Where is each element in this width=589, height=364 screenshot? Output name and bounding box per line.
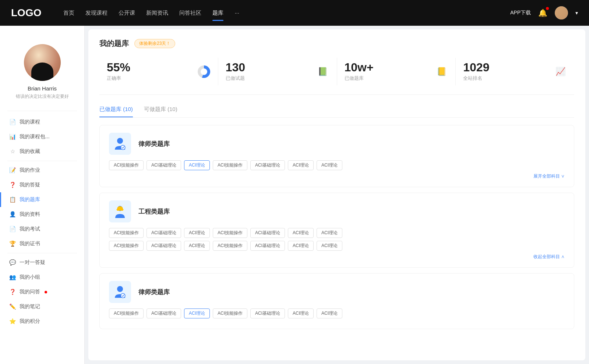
page-title: 我的题库 — [99, 39, 129, 49]
pie-chart — [198, 65, 210, 78]
1on1-icon: 💬 — [9, 259, 16, 266]
group-label: 我的小组 — [20, 274, 40, 281]
nav-item-home[interactable]: 首页 — [63, 8, 74, 18]
chart-red-icon: 📈 — [554, 65, 567, 78]
sidebar: Brian Harris 错误的决定比没有决定要好 📄 我的课程 📊 我的课程包… — [0, 26, 85, 364]
tag-3-6[interactable]: ACI理论 — [288, 308, 314, 318]
banks-label: 已做题库 — [345, 75, 431, 82]
user-dropdown-arrow[interactable]: ▾ — [575, 10, 578, 16]
tag-1-7[interactable]: ACI理论 — [317, 160, 342, 170]
lawyer-icon-1 — [109, 133, 131, 155]
bank-card-header-1: 律师类题库 — [109, 133, 565, 155]
nav-item-news[interactable]: 新闻资讯 — [146, 8, 168, 18]
banks-number: 10w+ — [345, 61, 431, 73]
sidebar-item-group[interactable]: 👥 我的小组 — [0, 270, 84, 285]
notes-icon: ✏️ — [9, 303, 16, 310]
sidebar-divider-2 — [7, 161, 77, 161]
sidebar-item-my-qa[interactable]: ❓ 我的问答 — [0, 285, 84, 299]
notification-badge — [546, 7, 549, 10]
tag-3-3[interactable]: ACI理论 — [184, 308, 210, 318]
tag-1-1[interactable]: ACI技能操作 — [109, 160, 144, 170]
tag-2-6[interactable]: ACI理论 — [288, 228, 314, 238]
nav-item-question-bank[interactable]: 题库 — [212, 8, 223, 18]
nav-right: APP下载 🔔 ▾ — [510, 6, 578, 19]
tag-2-3[interactable]: ACI理论 — [184, 228, 210, 238]
bank-title-3: 律师类题库 — [138, 288, 170, 296]
nav-item-more[interactable]: ··· — [234, 8, 239, 18]
tag-3-5[interactable]: ACI基础理论 — [250, 308, 285, 318]
tag-2b-4[interactable]: ACI技能操作 — [213, 241, 247, 251]
tag-1-5[interactable]: ACI基础理论 — [250, 160, 285, 170]
sidebar-item-points[interactable]: ⭐ 我的积分 — [0, 314, 84, 329]
stat-accuracy-text: 55% 正确率 — [107, 61, 193, 82]
tag-2b-7[interactable]: ACI理论 — [317, 241, 342, 251]
accuracy-icon — [197, 65, 211, 78]
bank-card-lawyer-1: 律师类题库 ACI技能操作 ACI基础理论 ACI理论 ACI技能操作 ACI基… — [99, 125, 574, 187]
lawyer-svg-3 — [113, 285, 127, 299]
tag-2-5[interactable]: ACI基础理论 — [250, 228, 285, 238]
nav-item-discover[interactable]: 发现课程 — [85, 8, 107, 18]
course-icon: 📄 — [9, 119, 16, 125]
tag-3-2[interactable]: ACI基础理论 — [147, 308, 181, 318]
sidebar-item-question-bank[interactable]: 📋 我的题库 — [0, 192, 84, 207]
sidebar-item-course-pack[interactable]: 📊 我的课程包... — [0, 129, 84, 144]
sidebar-item-certificate[interactable]: 🏆 我的证书 — [0, 236, 84, 251]
svg-point-0 — [117, 138, 123, 144]
ranking-label: 全站排名 — [463, 75, 549, 82]
tag-3-4[interactable]: ACI技能操作 — [213, 308, 247, 318]
nav-item-open-course[interactable]: 公开课 — [119, 8, 135, 18]
tag-2b-1[interactable]: ACI技能操作 — [109, 241, 144, 251]
course-label: 我的课程 — [20, 119, 40, 125]
course-pack-icon: 📊 — [9, 133, 16, 140]
tag-2b-5[interactable]: ACI基础理论 — [250, 241, 285, 251]
app-download-link[interactable]: APP下载 — [510, 10, 531, 16]
lawyer-icon-3 — [109, 281, 131, 303]
svg-point-4 — [121, 293, 125, 298]
tag-1-6[interactable]: ACI理论 — [288, 160, 314, 170]
sidebar-item-1on1[interactable]: 💬 一对一答疑 — [0, 255, 84, 270]
tag-2-1[interactable]: ACI技能操作 — [109, 228, 144, 238]
tag-2b-3[interactable]: ACI理论 — [184, 241, 210, 251]
tab-available-banks[interactable]: 可做题库 (10) — [144, 106, 177, 117]
tag-1-2[interactable]: ACI基础理论 — [147, 160, 181, 170]
nav-items: 首页 发现课程 公开课 新闻资讯 问答社区 题库 ··· — [63, 8, 495, 18]
tag-3-7[interactable]: ACI理论 — [317, 308, 342, 318]
homework-label: 我的作业 — [20, 167, 40, 174]
tag-2-7[interactable]: ACI理论 — [317, 228, 342, 238]
sidebar-item-course[interactable]: 📄 我的课程 — [0, 115, 84, 129]
tag-2b-2[interactable]: ACI基础理论 — [147, 241, 181, 251]
bell-icon: 🔔 — [538, 9, 547, 17]
stat-questions-text: 130 已做试题 — [226, 61, 312, 82]
nav-item-qa[interactable]: 问答社区 — [179, 8, 201, 18]
tag-2-2[interactable]: ACI基础理论 — [147, 228, 181, 238]
profile-name: Brian Harris — [28, 85, 57, 92]
qa-icon: ❓ — [9, 182, 16, 188]
bank-card-engineering: 工程类题库 ACI技能操作 ACI基础理论 ACI理论 ACI技能操作 ACI基… — [99, 193, 574, 268]
sidebar-item-profile[interactable]: 👤 我的资料 — [0, 207, 84, 222]
tag-1-4[interactable]: ACI技能操作 — [213, 160, 247, 170]
tag-2-4[interactable]: ACI技能操作 — [213, 228, 247, 238]
sidebar-item-notes[interactable]: ✏️ 我的笔记 — [0, 299, 84, 314]
collapse-link-2[interactable]: 收起全部科目 ∧ — [109, 254, 565, 260]
sidebar-item-favorites[interactable]: ☆ 我的收藏 — [0, 144, 84, 159]
bank-card-header-2: 工程类题库 — [109, 200, 565, 222]
my-qa-label: 我的问答 — [20, 289, 40, 295]
sidebar-divider-3 — [7, 253, 77, 253]
stat-questions-done: 130 已做试题 📗 — [218, 58, 337, 85]
tag-3-1[interactable]: ACI技能操作 — [109, 308, 144, 318]
tag-1-3[interactable]: ACI理论 — [184, 160, 210, 170]
tab-done-banks[interactable]: 已做题库 (10) — [99, 106, 133, 117]
accuracy-label: 正确率 — [107, 75, 193, 82]
expand-link-1[interactable]: 展开全部科目 ∨ — [109, 173, 565, 179]
user-avatar[interactable] — [555, 6, 568, 19]
stat-ranking-text: 1029 全站排名 — [463, 61, 549, 82]
question-bank-label: 我的题库 — [20, 196, 40, 203]
sidebar-item-qa-answer[interactable]: ❓ 我的答疑 — [0, 178, 84, 192]
sidebar-item-exam[interactable]: 📄 我的考试 — [0, 222, 84, 236]
notification-bell[interactable]: 🔔 — [538, 8, 547, 17]
my-qa-icon: ❓ — [9, 289, 16, 295]
sidebar-item-homework[interactable]: 📝 我的作业 — [0, 163, 84, 178]
group-icon: 👥 — [9, 274, 16, 281]
tag-2b-6[interactable]: ACI理论 — [288, 241, 314, 251]
bank-card-lawyer-3: 律师类题库 ACI技能操作 ACI基础理论 ACI理论 ACI技能操作 ACI基… — [99, 273, 574, 329]
